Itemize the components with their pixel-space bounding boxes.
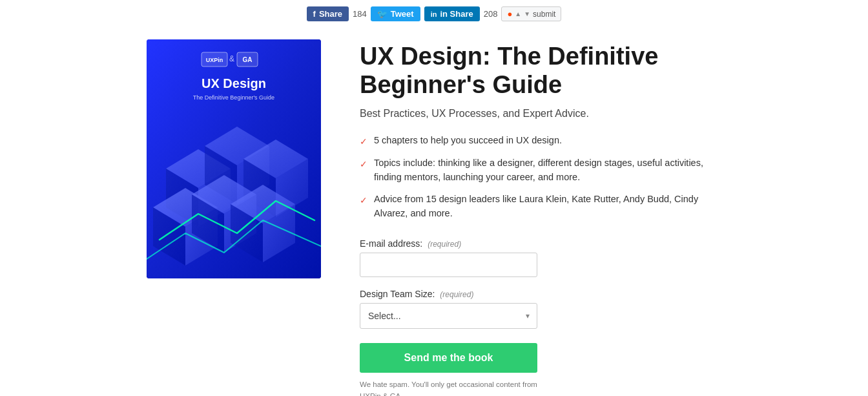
checklist-item-2: ✓ Topics include: thinking like a design… xyxy=(360,156,721,185)
linkedin-share-button[interactable]: in in Share xyxy=(424,6,480,21)
email-form-group: E-mail address: (required) xyxy=(360,238,721,277)
team-size-select-wrapper: Select... Just me 2-5 6-15 16-50 51-100 … xyxy=(360,303,537,329)
facebook-count: 184 xyxy=(353,9,367,19)
right-content: UX Design: The Definitive Beginner's Gui… xyxy=(360,39,721,396)
upvote-icon[interactable]: ▲ xyxy=(515,10,521,17)
facebook-share-button[interactable]: f Share xyxy=(307,6,349,21)
team-size-select[interactable]: Select... Just me 2-5 6-15 16-50 51-100 … xyxy=(360,303,537,329)
twitter-share-button[interactable]: 🐦 Tweet xyxy=(371,6,420,21)
page-title: UX Design: The Definitive Beginner's Gui… xyxy=(360,43,721,99)
email-label: E-mail address: (required) xyxy=(360,238,721,249)
svg-text:The Definitive Beginner's Guid: The Definitive Beginner's Guide xyxy=(193,94,274,101)
check-icon-1: ✓ xyxy=(360,135,367,149)
page-subtitle: Best Practices, UX Processes, and Expert… xyxy=(360,108,721,120)
email-input[interactable] xyxy=(360,253,537,277)
linkedin-icon: in xyxy=(431,10,437,18)
facebook-icon: f xyxy=(313,9,316,19)
checklist-item-1: ✓ 5 chapters to help you succeed in UX d… xyxy=(360,134,721,149)
reddit-widget[interactable]: ● ▲ ▼ submit xyxy=(501,6,561,21)
team-size-form-group: Design Team Size: (required) Select... J… xyxy=(360,289,721,329)
team-size-label: Design Team Size: (required) xyxy=(360,289,721,299)
book-cover: UXPin & GA UX Design The Definitive Begi… xyxy=(147,39,321,278)
svg-text:UXPin: UXPin xyxy=(206,57,223,63)
check-icon-2: ✓ xyxy=(360,158,367,171)
reddit-submit-label[interactable]: submit xyxy=(533,10,555,19)
linkedin-count: 208 xyxy=(484,9,498,19)
downvote-icon[interactable]: ▼ xyxy=(524,10,530,17)
checklist: ✓ 5 chapters to help you succeed in UX d… xyxy=(360,134,721,220)
main-content: UXPin & GA UX Design The Definitive Begi… xyxy=(0,26,868,396)
email-required-tag: (required) xyxy=(428,240,461,249)
svg-text:UX Design: UX Design xyxy=(202,76,266,90)
svg-text:GA: GA xyxy=(243,56,253,63)
spam-notice: We hate spam. You'll only get occasional… xyxy=(360,379,537,396)
checklist-item-3: ✓ Advice from 15 design leaders like Lau… xyxy=(360,193,721,221)
size-required-tag: (required) xyxy=(440,290,473,299)
twitter-icon: 🐦 xyxy=(377,9,388,19)
reddit-icon: ● xyxy=(507,9,512,19)
check-icon-3: ✓ xyxy=(360,194,367,207)
submit-button[interactable]: Send me the book xyxy=(360,343,537,373)
social-bar: f Share 184 🐦 Tweet in in Share 208 ● ▲ … xyxy=(0,0,868,26)
svg-text:&: & xyxy=(229,54,234,63)
